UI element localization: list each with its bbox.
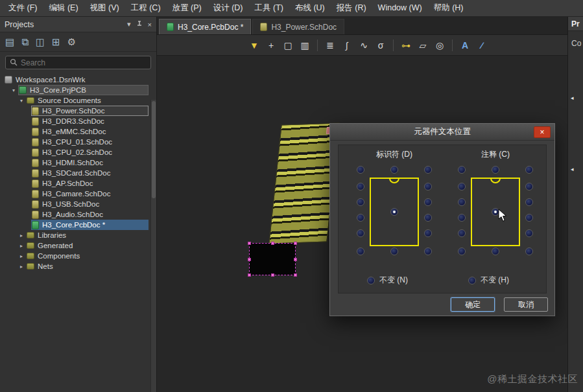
tree-item-libraries[interactable]: ▸ Libraries [0, 230, 149, 240]
panel-pin-icon[interactable] [136, 21, 143, 28]
collapse-left-icon[interactable]: ◂ [571, 95, 574, 101]
arc-route-icon[interactable]: ∿ [356, 38, 372, 52]
selection-handle[interactable] [248, 258, 251, 261]
designator-position-radio[interactable] [424, 198, 432, 206]
menu-route[interactable]: 布线 (U) [289, 0, 331, 16]
designator-position-radio[interactable] [424, 214, 432, 222]
designator-position-radio[interactable] [357, 248, 364, 255]
comment-position-radio[interactable] [458, 229, 466, 237]
collapse-arrow-icon[interactable]: ▸ [18, 264, 25, 270]
designator-position-radio[interactable] [357, 166, 364, 174]
documents-icon[interactable]: ⧉ [21, 37, 29, 47]
expand-arrow-icon[interactable]: ▾ [18, 98, 25, 104]
draw-line-icon[interactable]: ∕ [474, 38, 490, 52]
layers-icon[interactable]: ≣ [322, 38, 338, 52]
tab-h3-power-schdoc[interactable]: H3_Power.SchDoc [252, 19, 344, 34]
tree-item-h3-ap-schdoc[interactable]: H3_AP.SchDoc [0, 178, 149, 189]
tree-item-source-documents[interactable]: ▾ Source Documents [0, 95, 149, 106]
designator-unchanged-radio[interactable] [367, 277, 375, 284]
route-icon[interactable]: ∫ [339, 38, 355, 52]
tab-h3-core-pcbdoc[interactable]: H3_Core.PcbDoc * [159, 19, 251, 34]
key-icon[interactable]: ⊶ [398, 38, 414, 52]
menu-project[interactable]: 工程 (C) [125, 0, 167, 16]
selection-handle[interactable] [271, 242, 274, 245]
sigma-icon[interactable]: σ [373, 38, 388, 52]
tree-item-h3-cpu-01-schdoc[interactable]: H3_CPU_01.SchDoc [0, 137, 149, 147]
designator-position-radio[interactable] [357, 214, 364, 222]
via-icon[interactable]: ◎ [432, 38, 447, 52]
crosshair-icon[interactable]: + [263, 38, 279, 52]
designator-position-radio[interactable] [390, 248, 398, 255]
comment-position-radio[interactable] [458, 166, 466, 174]
comment-position-radio[interactable] [525, 214, 533, 222]
search-input[interactable] [21, 58, 147, 67]
selection-handle[interactable] [248, 242, 251, 245]
expand-arrow-icon[interactable]: ▾ [10, 87, 17, 93]
selection-handle[interactable] [294, 242, 297, 245]
dialog-title-bar[interactable]: 元器件文本位置 × [330, 124, 554, 141]
tree-item-h3-cpu-02-schdoc[interactable]: H3_CPU_02.SchDoc [0, 147, 149, 157]
designator-position-radio[interactable] [424, 229, 432, 237]
comment-position-radio[interactable] [525, 248, 533, 255]
tree-item-workspace[interactable]: Workspace1.DsnWrk [0, 75, 149, 85]
menu-file[interactable]: 文件 (F) [3, 0, 43, 16]
selection-handle[interactable] [248, 273, 251, 277]
open-documents-icon[interactable]: ◫ [36, 37, 45, 47]
tree-item-h3-sdcard-schdoc[interactable]: H3_SDCard.SchDoc [0, 168, 149, 178]
menu-place[interactable]: 放置 (P) [167, 0, 208, 16]
panel-dropdown-icon[interactable]: ▾ [127, 20, 131, 29]
tree-item-h3-ddr3-schdoc[interactable]: H3_DDR3.SchDoc [0, 116, 149, 126]
tree-item-h3-core-pcbdoc[interactable]: H3_Core.PcbDoc * [0, 220, 149, 230]
designator-position-radio[interactable] [357, 183, 364, 190]
compile-icon[interactable]: ⊞ [52, 37, 60, 47]
dialog-close-button[interactable]: × [534, 126, 551, 138]
components-panel-tab[interactable]: Co [568, 39, 583, 48]
plane-icon[interactable]: ▱ [415, 38, 431, 52]
collapse-arrow-icon[interactable]: ▸ [18, 253, 25, 259]
tree-item-h3-emmc-schdoc[interactable]: H3_eMMC.SchDoc [0, 126, 149, 137]
column-chart-icon[interactable]: ▥ [297, 38, 313, 52]
comment-position-radio[interactable] [525, 198, 533, 206]
tree-item-h3-audio-schdoc[interactable]: H3_Audio.SchDoc [0, 209, 149, 220]
designator-position-radio[interactable] [424, 248, 432, 255]
comment-position-radio[interactable] [492, 248, 499, 255]
selection-handle[interactable] [271, 273, 274, 277]
designator-position-radio-selected[interactable] [390, 208, 398, 216]
comment-position-radio[interactable] [525, 183, 533, 190]
menu-reports[interactable]: 报告 (R) [331, 0, 372, 16]
designator-position-radio[interactable] [424, 166, 432, 174]
comment-unchanged-option[interactable]: 不变 (H) [468, 275, 509, 286]
scrollbar-thumb[interactable] [152, 101, 156, 198]
menu-edit[interactable]: 编辑 (E) [43, 0, 84, 16]
tree-item-h3-camare-schdoc[interactable]: H3_Camare.SchDoc [0, 189, 149, 199]
menu-design[interactable]: 设计 (D) [208, 0, 249, 16]
search-box[interactable] [5, 56, 151, 69]
tree-item-h3-hdmi-schdoc[interactable]: H3_HDMI.SchDoc [0, 157, 149, 168]
selection-handle[interactable] [294, 258, 297, 261]
designator-unchanged-option[interactable]: 不变 (N) [367, 275, 408, 286]
collapse-arrow-icon[interactable]: ▸ [18, 233, 25, 238]
tree-item-components[interactable]: ▸ Components [0, 251, 149, 261]
designator-position-radio[interactable] [390, 166, 398, 174]
properties-panel-tab[interactable]: Pr [568, 17, 583, 31]
comment-position-radio[interactable] [525, 229, 533, 237]
cancel-button[interactable]: 取消 [504, 297, 548, 312]
panel-scrollbar[interactable] [150, 100, 156, 392]
tree-item-h3-power-schdoc[interactable]: H3_Power.SchDoc [0, 106, 149, 116]
designator-position-radio[interactable] [357, 229, 364, 237]
comment-position-radio[interactable] [458, 198, 466, 206]
menu-window[interactable]: Window (W) [372, 0, 428, 16]
selected-component[interactable] [249, 243, 296, 275]
menu-help[interactable]: 帮助 (H) [428, 0, 470, 16]
comment-position-radio[interactable] [458, 248, 466, 255]
collapse-arrow-icon[interactable]: ▸ [18, 243, 25, 249]
collapse-left-icon[interactable]: ◂ [571, 166, 574, 172]
tree-item-h3-core-prjpcb[interactable]: ▾ H3_Core.PrjPCB [0, 85, 149, 95]
settings-gear-icon[interactable]: ⚙ [67, 37, 76, 47]
ok-button[interactable]: 确定 [451, 297, 495, 312]
designator-position-radio[interactable] [424, 183, 432, 190]
filter-icon[interactable]: ▼ [246, 38, 262, 52]
text-icon[interactable]: A [457, 38, 473, 52]
panel-close-icon[interactable]: × [148, 21, 152, 29]
comment-position-radio[interactable] [458, 183, 466, 190]
